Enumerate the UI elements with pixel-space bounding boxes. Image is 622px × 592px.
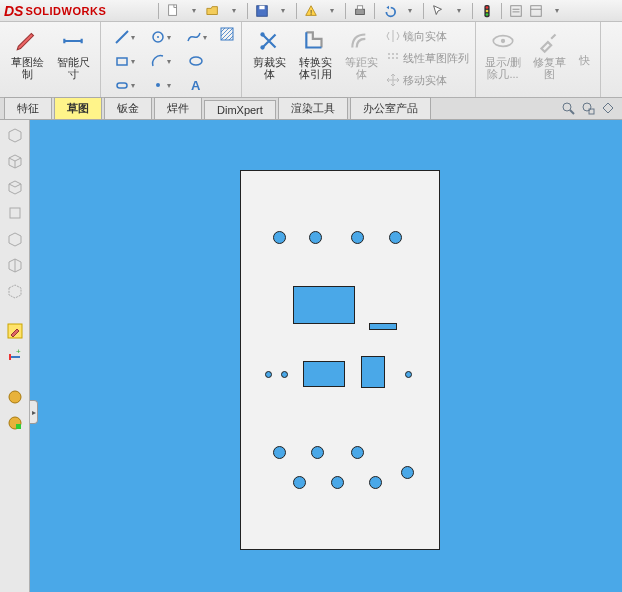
tab-weldment[interactable]: 焊件: [154, 97, 202, 119]
appearance-icon[interactable]: [4, 386, 26, 408]
undo-icon[interactable]: [381, 3, 397, 19]
select-dropdown[interactable]: [450, 3, 466, 19]
open-file-dropdown[interactable]: [225, 3, 241, 19]
ellipse-tool[interactable]: [179, 50, 213, 72]
slot-tool[interactable]: [107, 74, 141, 96]
slot-rect: [293, 286, 355, 324]
repair-sketch-button[interactable]: 修复草图: [528, 26, 570, 95]
hole: [309, 231, 322, 244]
hole: [369, 476, 382, 489]
appearance-edit-icon[interactable]: [4, 412, 26, 434]
cube-back-icon[interactable]: [4, 228, 26, 250]
app-brand: SOLIDWORKS: [25, 5, 106, 17]
svg-point-41: [9, 391, 21, 403]
ribbon-group-modify: 剪裁实体 转换实体引用 等距实体 镜向实体 线性草图阵列 移动实体: [242, 22, 476, 97]
cube-top-icon[interactable]: [4, 176, 26, 198]
left-toolbar: +: [0, 120, 30, 592]
hole-small: [405, 371, 412, 378]
cube-iso-icon[interactable]: [4, 150, 26, 172]
hole: [273, 446, 286, 459]
hatch-tool[interactable]: [219, 26, 235, 48]
slot-rect: [303, 361, 345, 387]
tab-strip: 特征 草图 钣金 焊件 DimXpert 渲染工具 办公室产品: [0, 98, 622, 120]
part-plate: [240, 170, 440, 550]
tab-dimxpert[interactable]: DimXpert: [204, 100, 276, 119]
zoom-fit-icon[interactable]: [560, 100, 576, 118]
tab-render[interactable]: 渲染工具: [278, 97, 348, 119]
rectangle-tool[interactable]: [107, 50, 141, 72]
new-file-icon[interactable]: [165, 3, 181, 19]
tab-feature[interactable]: 特征: [4, 97, 52, 119]
svg-point-21: [260, 32, 264, 36]
warning-dropdown[interactable]: [323, 3, 339, 19]
options-dropdown[interactable]: [548, 3, 564, 19]
hole-small: [265, 371, 272, 378]
view-controls: [560, 100, 616, 118]
smart-dimension-button[interactable]: 智能尺寸: [52, 26, 94, 95]
cube-front-icon[interactable]: [4, 124, 26, 146]
svg-point-31: [563, 103, 571, 111]
traffic-light-icon[interactable]: [479, 3, 495, 19]
svg-rect-5: [358, 5, 363, 9]
svg-text:A: A: [191, 78, 201, 93]
hole: [351, 231, 364, 244]
flyout-handle[interactable]: ▸: [30, 400, 38, 424]
scissors-icon: [256, 28, 282, 54]
point-tool[interactable]: [143, 74, 177, 96]
save-dropdown[interactable]: [274, 3, 290, 19]
warning-icon[interactable]: !: [303, 3, 319, 19]
arc-tool[interactable]: [143, 50, 177, 72]
repair-icon: [536, 28, 562, 54]
svg-point-14: [157, 36, 159, 38]
zoom-area-icon[interactable]: [580, 100, 596, 118]
line-tool[interactable]: [107, 26, 141, 48]
tab-office[interactable]: 办公室产品: [350, 97, 431, 119]
sketch-draw-button[interactable]: 草图绘制: [6, 26, 48, 95]
circle-tool[interactable]: [143, 26, 177, 48]
add-relation-icon[interactable]: +: [4, 346, 26, 368]
svg-point-25: [396, 53, 398, 55]
save-icon[interactable]: [254, 3, 270, 19]
svg-rect-4: [356, 9, 365, 14]
offset-icon: [348, 28, 374, 54]
new-file-dropdown[interactable]: [185, 3, 201, 19]
offset-entities-button[interactable]: 等距实体: [340, 26, 382, 95]
svg-rect-11: [531, 5, 542, 16]
edit-sketch-icon[interactable]: [4, 320, 26, 342]
rebuild-icon[interactable]: [508, 3, 524, 19]
spline-tool[interactable]: [179, 26, 213, 48]
mirror-entities-button[interactable]: 镜向实体: [386, 26, 469, 46]
trim-entities-button[interactable]: 剪裁实体: [248, 26, 290, 95]
cube-wire-icon[interactable]: [4, 254, 26, 276]
show-hide-button[interactable]: 显示/删除几...: [482, 26, 524, 95]
view-orient-icon[interactable]: [600, 100, 616, 118]
tab-sheetmetal[interactable]: 钣金: [104, 97, 152, 119]
text-tool[interactable]: A: [179, 74, 213, 96]
logo-ds-icon: DS: [4, 3, 23, 19]
cube-hidden-icon[interactable]: [4, 280, 26, 302]
cube-side-icon[interactable]: [4, 202, 26, 224]
tab-sketch[interactable]: 草图: [54, 97, 102, 119]
ribbon-toolbar: 草图绘制 智能尺寸 A 剪裁实体 转换实体引用: [0, 22, 622, 98]
print-icon[interactable]: [352, 3, 368, 19]
pencil-icon: [14, 28, 40, 54]
convert-entities-button[interactable]: 转换实体引用: [294, 26, 336, 95]
undo-dropdown[interactable]: [401, 3, 417, 19]
svg-rect-35: [10, 208, 20, 218]
move-entities-button[interactable]: 移动实体: [386, 70, 469, 90]
options-icon[interactable]: [528, 3, 544, 19]
hole: [351, 446, 364, 459]
quick-button[interactable]: 快: [574, 26, 594, 95]
convert-icon: [302, 28, 328, 54]
open-file-icon[interactable]: [205, 3, 221, 19]
ribbon-group-display: 显示/删除几... 修复草图 快: [476, 22, 601, 97]
hole: [311, 446, 324, 459]
svg-point-23: [388, 53, 390, 55]
svg-point-26: [388, 57, 390, 59]
select-icon[interactable]: [430, 3, 446, 19]
svg-point-30: [501, 39, 505, 43]
svg-text:+: +: [16, 348, 21, 356]
graphics-area[interactable]: ▸: [30, 120, 622, 592]
quick-access-toolbar: !: [156, 3, 564, 19]
linear-pattern-button[interactable]: 线性草图阵列: [386, 48, 469, 68]
